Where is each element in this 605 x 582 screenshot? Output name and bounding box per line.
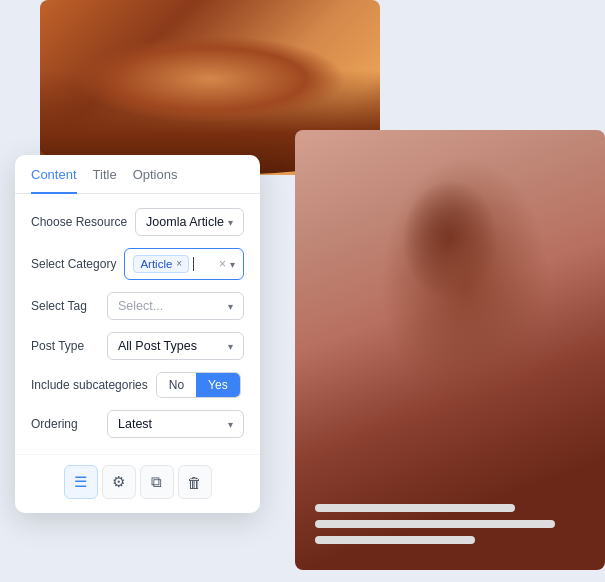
- tag-chevron-icon[interactable]: ▾: [230, 259, 235, 270]
- ordering-chevron-icon: ▾: [228, 419, 233, 430]
- choose-resource-chevron-icon: ▾: [228, 217, 233, 228]
- post-type-value: All Post Types: [118, 339, 197, 353]
- delete-button[interactable]: 🗑: [178, 465, 212, 499]
- choose-resource-label: Choose Resource: [31, 215, 127, 229]
- copy-button[interactable]: ⧉: [140, 465, 174, 499]
- ordering-value: Latest: [118, 417, 152, 431]
- ordering-label: Ordering: [31, 417, 99, 431]
- select-category-field: Select Category Article × × ▾: [31, 248, 244, 280]
- settings-button[interactable]: ⚙: [102, 465, 136, 499]
- panel-toolbar: ☰ ⚙ ⧉ 🗑: [15, 454, 260, 513]
- settings-panel: Content Title Options Choose Resource Jo…: [15, 155, 260, 513]
- choose-resource-select[interactable]: Joomla Article ▾: [135, 208, 244, 236]
- form-body: Choose Resource Joomla Article ▾ Select …: [15, 194, 260, 454]
- toggle-no-button[interactable]: No: [157, 373, 196, 397]
- tab-bar: Content Title Options: [15, 155, 260, 194]
- choose-resource-value: Joomla Article: [146, 215, 224, 229]
- list-icon: ☰: [74, 473, 87, 491]
- select-tag-chevron-icon: ▾: [228, 301, 233, 312]
- select-tag-select[interactable]: Select... ▾: [107, 292, 244, 320]
- scrollbar-line-3: [315, 536, 475, 544]
- post-type-select[interactable]: All Post Types ▾: [107, 332, 244, 360]
- include-subcategories-toggle: No Yes: [156, 372, 241, 398]
- tag-clear-icon[interactable]: ×: [219, 257, 226, 271]
- select-category-input[interactable]: Article × × ▾: [124, 248, 244, 280]
- ordering-wrapper: Latest ▾: [107, 410, 244, 438]
- select-tag-label: Select Tag: [31, 299, 99, 313]
- include-subcategories-label: Include subcategories: [31, 378, 148, 392]
- tab-options[interactable]: Options: [133, 155, 178, 194]
- article-tag-label: Article: [140, 258, 172, 270]
- choose-resource-wrapper: Joomla Article ▾: [135, 208, 244, 236]
- tab-content[interactable]: Content: [31, 155, 77, 194]
- ordering-field: Ordering Latest ▾: [31, 410, 244, 438]
- choose-resource-field: Choose Resource Joomla Article ▾: [31, 208, 244, 236]
- tab-title[interactable]: Title: [93, 155, 117, 194]
- toggle-yes-button[interactable]: Yes: [196, 373, 240, 397]
- include-subcategories-field: Include subcategories No Yes: [31, 372, 244, 398]
- select-category-label: Select Category: [31, 257, 116, 271]
- gear-icon: ⚙: [112, 473, 125, 491]
- select-tag-placeholder: Select...: [118, 299, 163, 313]
- article-tag: Article ×: [133, 255, 189, 273]
- text-cursor: [193, 257, 194, 271]
- copy-icon: ⧉: [151, 473, 162, 491]
- scrollbar-line-2: [315, 520, 555, 528]
- list-view-button[interactable]: ☰: [64, 465, 98, 499]
- select-tag-field: Select Tag Select... ▾: [31, 292, 244, 320]
- select-tag-wrapper: Select... ▾: [107, 292, 244, 320]
- scrollbar-line-1: [315, 504, 515, 512]
- post-type-wrapper: All Post Types ▾: [107, 332, 244, 360]
- post-type-label: Post Type: [31, 339, 99, 353]
- post-type-chevron-icon: ▾: [228, 341, 233, 352]
- ordering-select[interactable]: Latest ▾: [107, 410, 244, 438]
- article-tag-close-icon[interactable]: ×: [176, 259, 182, 269]
- trash-icon: 🗑: [187, 474, 202, 491]
- scrollbar-decoration: [315, 504, 585, 552]
- post-type-field: Post Type All Post Types ▾: [31, 332, 244, 360]
